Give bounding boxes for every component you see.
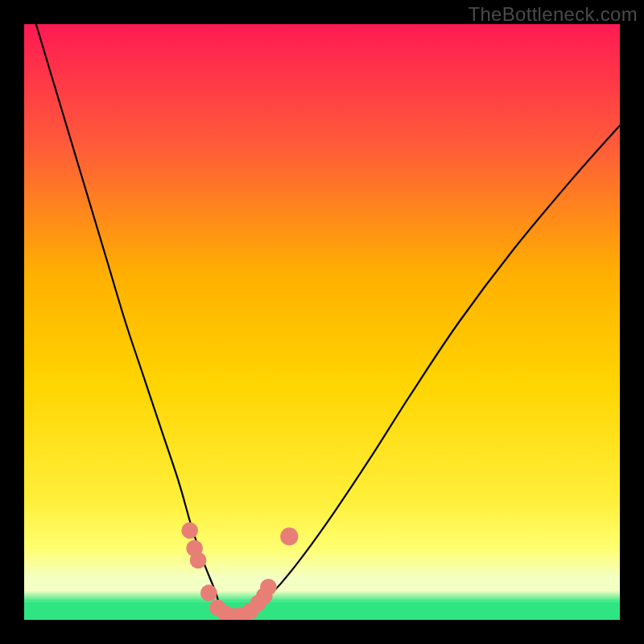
chart-frame: TheBottleneck.com	[0, 0, 644, 644]
curve-marker	[260, 579, 277, 596]
svg-rect-2	[24, 591, 620, 602]
watermark-text: TheBottleneck.com	[468, 3, 638, 26]
chart-svg	[24, 24, 620, 620]
curve-marker	[190, 552, 207, 569]
curve-marker	[280, 527, 298, 545]
curve-marker	[181, 522, 198, 539]
curve-marker	[200, 584, 217, 601]
svg-rect-1	[24, 602, 620, 620]
chart-plot-area	[24, 24, 620, 620]
